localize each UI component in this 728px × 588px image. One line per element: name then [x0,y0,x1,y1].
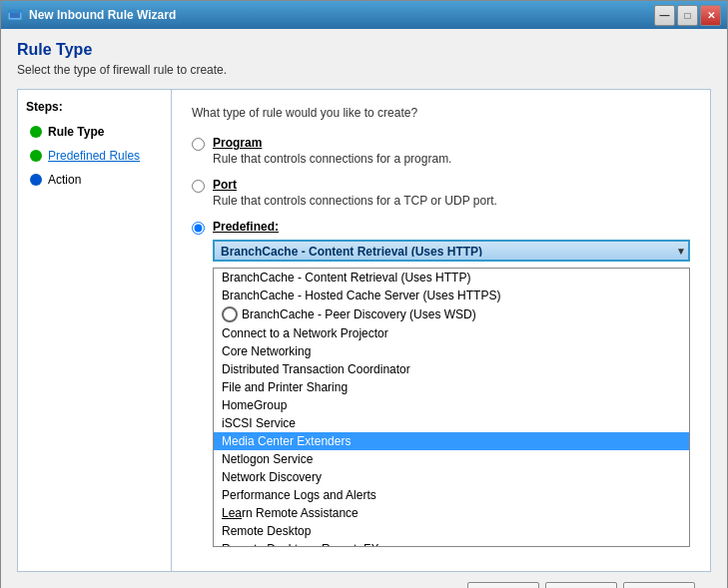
list-item[interactable]: BranchCache - Peer Discovery (Uses WSD) [214,304,689,324]
bottom-bar: < Back Next > Cancel [17,572,711,588]
program-label: Program [213,136,451,150]
page-title: Rule Type [17,41,711,59]
predefined-dropdown-wrapper: BranchCache - Content Retrieval (Uses HT… [213,240,690,262]
step-predefined-rules[interactable]: Predefined Rules [26,146,163,166]
maximize-button[interactable]: □ [677,5,698,26]
program-option: Program Rule that controls connections f… [192,136,690,166]
list-item[interactable]: File and Printer Sharing [214,378,689,396]
list-item[interactable]: Learn Remote Assistance [214,504,689,522]
steps-panel: Steps: Rule Type Predefined Rules Action [17,89,172,572]
list-item[interactable]: Performance Logs and Alerts [214,486,689,504]
step-action[interactable]: Action [26,170,163,190]
step-label-rule-type: Rule Type [48,125,104,139]
step-bullet-action [30,174,42,186]
cancel-button[interactable]: Cancel [623,582,695,588]
port-radio[interactable] [192,180,205,193]
list-item[interactable]: HomeGroup [214,396,689,414]
list-item[interactable]: Distributed Transaction Coordinator [214,360,689,378]
back-button[interactable]: < Back [467,582,539,588]
predefined-radio[interactable] [192,222,205,235]
window-controls: — □ ✕ [654,5,721,26]
predefined-listbox[interactable]: BranchCache - Content Retrieval (Uses HT… [213,268,690,547]
steps-label: Steps: [26,100,163,114]
port-label: Port [213,178,497,192]
step-label-predefined: Predefined Rules [48,149,140,163]
port-desc: Rule that controls connections for a TCP… [213,194,497,208]
window-title: New Inbound Rule Wizard [29,8,654,22]
wizard-window: New Inbound Rule Wizard — □ ✕ Rule Type … [0,0,728,588]
port-text: Port Rule that controls connections for … [213,178,497,208]
list-item-radio-placeholder [222,306,238,322]
svg-rect-2 [8,10,22,13]
list-item[interactable]: Core Networking [214,342,689,360]
content-question: What type of rule would you like to crea… [192,106,690,120]
page-subtitle: Select the type of firewall rule to crea… [17,63,711,77]
window-body: Rule Type Select the type of firewall ru… [1,29,727,588]
list-item[interactable]: Netlogon Service [214,450,689,468]
main-area: Steps: Rule Type Predefined Rules Action… [17,89,711,572]
list-item[interactable]: BranchCache - Hosted Cache Server (Uses … [214,287,689,304]
next-button[interactable]: Next > [545,582,617,588]
step-bullet-predefined [30,150,42,162]
list-item[interactable]: iSCSI Service [214,414,689,432]
title-bar: New Inbound Rule Wizard — □ ✕ [1,1,727,29]
list-item[interactable]: Connect to a Network Projector [214,324,689,342]
minimize-button[interactable]: — [654,5,675,26]
predefined-dropdown[interactable]: BranchCache - Content Retrieval (Uses HT… [213,240,690,262]
step-label-action: Action [48,173,81,187]
list-item[interactable]: Remote Desktop - RemoteFX [214,540,689,547]
list-item[interactable]: Remote Desktop [214,522,689,540]
close-button[interactable]: ✕ [700,5,721,26]
list-item-selected[interactable]: Media Center Extenders [214,432,689,450]
predefined-section: Predefined: BranchCache - Content Retrie… [192,220,690,547]
list-item[interactable]: Network Discovery [214,468,689,486]
predefined-content: Predefined: BranchCache - Content Retrie… [213,220,690,547]
predefined-label: Predefined: [213,220,690,234]
step-rule-type[interactable]: Rule Type [26,122,163,142]
program-desc: Rule that controls connections for a pro… [213,152,451,166]
list-item[interactable]: BranchCache - Content Retrieval (Uses HT… [214,269,689,287]
window-icon [7,7,23,23]
step-bullet-rule-type [30,126,42,138]
port-option: Port Rule that controls connections for … [192,178,690,208]
content-panel: What type of rule would you like to crea… [172,89,711,572]
program-radio[interactable] [192,138,205,151]
program-text: Program Rule that controls connections f… [213,136,451,166]
